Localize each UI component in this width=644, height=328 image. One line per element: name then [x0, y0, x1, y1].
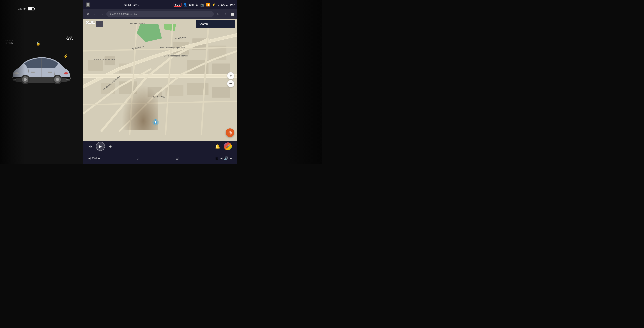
- dark-overlay-right: [286, 0, 322, 164]
- signal-bars: [226, 4, 229, 6]
- location-icon: ◎: [228, 130, 232, 135]
- frunk-label: FRUNK: [6, 40, 13, 42]
- vol-icon: 🔊: [224, 156, 228, 160]
- zoom-out-button[interactable]: −: [227, 80, 234, 87]
- navigation-marker: [152, 118, 159, 126]
- settings-icon[interactable]: ⚙: [196, 3, 198, 7]
- lock-icon: 🔓: [36, 41, 40, 46]
- app-bottom-bar: ⏮ ▶ ⏭ 🔔 🎤 ◀ 23.0 ▶ ♪ ⊞: [83, 141, 237, 164]
- poi-liceul-teh: Liceul Tehnologic Apor Peter: [160, 47, 185, 49]
- map-search-box[interactable]: Search: [196, 20, 236, 28]
- trunk-open: OPEN: [66, 38, 74, 41]
- forward-button[interactable]: →: [99, 11, 105, 17]
- zoom-controls: + −: [227, 72, 234, 87]
- notification-button[interactable]: 🔔: [215, 144, 220, 149]
- map-container[interactable]: 01:51 Search Str. Curtea 45 Primăria Târ…: [83, 19, 237, 141]
- temp-value-display: 23.0: [92, 157, 97, 160]
- browser-tab-icon: [86, 3, 90, 7]
- search-text: Search: [199, 23, 208, 26]
- mobile-battery: [230, 4, 234, 6]
- map-background: 01:51 Search Str. Curtea 45 Primăria Târ…: [83, 19, 237, 141]
- statusbar-left: [86, 3, 90, 7]
- svg-point-12: [56, 78, 59, 81]
- moon-icon: ☽: [217, 3, 220, 6]
- star-button[interactable]: ☆: [222, 11, 228, 17]
- svg-rect-31: [212, 87, 230, 98]
- svg-rect-30: [187, 83, 208, 95]
- temp-control: ◀ 23.0 ▶: [88, 157, 100, 160]
- music-note-icon: ♪: [137, 156, 139, 161]
- url-bar[interactable]: http://3.3.3.3:8080/test.html: [106, 11, 214, 17]
- media-row: ⏮ ▶ ⏭ 🔔 🎤: [83, 141, 237, 152]
- poi-primaria: Primăria Târgu Secuiesc: [94, 58, 115, 61]
- battery-icon: [28, 7, 34, 11]
- location-button[interactable]: ◎: [226, 128, 234, 137]
- car-image: ⚡: [4, 47, 79, 94]
- svg-point-33: [155, 121, 156, 123]
- trunk-status: TRUNK OPEN: [66, 36, 74, 41]
- lightning-icon: ⚡: [64, 54, 68, 59]
- svg-point-9: [24, 78, 26, 81]
- svg-point-6: [64, 72, 68, 75]
- android-statusbar: 01:51 22° C SOS 👤 Emil ⚙ 📷 📶 ⚡ ☽ 18C: [83, 0, 237, 9]
- hamburger-line-2: [98, 24, 101, 24]
- street-label-bod: Str. Bod Péter: [153, 96, 165, 98]
- svg-point-5: [14, 72, 19, 75]
- browser-chrome: ✕ ← → http://3.3.3.3:8080/test.html ↻ ☆ …: [83, 9, 237, 19]
- user-icon: 👤: [183, 3, 187, 7]
- time-display: 01:51: [124, 3, 131, 6]
- statusbar-time: 01:51 22° C: [124, 3, 140, 6]
- tablet-area: 01:51 22° C SOS 👤 Emil ⚙ 📷 📶 ⚡ ☽ 18C: [83, 0, 237, 164]
- url-text: http://3.3.3.3:8080/test.html: [109, 13, 137, 16]
- skip-forward-button[interactable]: ⏭: [108, 144, 112, 149]
- volume-control: ⊞ ◀ 🔊 ▶: [215, 156, 232, 160]
- refresh-button[interactable]: ↻: [215, 11, 221, 17]
- svg-rect-19: [104, 56, 115, 65]
- vol-control: ◀ 🔊 ▶: [220, 156, 232, 160]
- hamburger-line-1: [98, 23, 101, 23]
- park-label: Parc Gabor Áron: [130, 22, 145, 25]
- battery-temp: 18C: [221, 4, 225, 6]
- zoom-in-button[interactable]: +: [227, 72, 234, 79]
- temp-display: 22° C: [132, 3, 140, 6]
- trunk-label: TRUNK: [66, 36, 74, 38]
- right-controls: 🔔 🎤: [215, 142, 232, 150]
- settings-row: ◀ 23.0 ▶ ♪ ⊞ ⊞ ◀ 🔊 ▶: [83, 152, 237, 164]
- close-button[interactable]: ✕: [85, 11, 90, 17]
- poi-liceul-ped: Liceul pedagogic Bod Peter: [164, 55, 188, 57]
- frunk-open: OPEN: [6, 42, 13, 45]
- map-roads-svg: [83, 19, 237, 141]
- mic-button[interactable]: 🎤: [224, 142, 232, 150]
- skip-back-button[interactable]: ⏮: [88, 144, 92, 149]
- windshield-button[interactable]: ⊞: [176, 156, 178, 161]
- windshield-icon2: ⊞: [215, 156, 218, 160]
- wifi-icon: 📶: [206, 3, 210, 7]
- sos-badge: SOS: [174, 3, 181, 7]
- map-time: 01:51: [86, 21, 95, 25]
- svg-rect-13: [30, 72, 35, 73]
- vol-left-icon: ◀: [220, 157, 222, 160]
- user-name: Emil: [189, 3, 194, 6]
- mobile-status: ☽ 18C: [217, 3, 234, 6]
- vol-right-icon: ▶: [230, 157, 232, 160]
- statusbar-right: SOS 👤 Emil ⚙ 📷 📶 ⚡ ☽ 18C: [174, 3, 234, 7]
- battery-bar: 333 km: [18, 7, 34, 11]
- hamburger-line-3: [98, 25, 101, 25]
- media-controls: ⏮ ▶ ⏭: [88, 142, 112, 151]
- play-button[interactable]: ▶: [96, 142, 105, 151]
- mic-icon: 🎤: [226, 144, 230, 149]
- svg-rect-14: [48, 72, 52, 73]
- tesla-panel: 333 km FRUNK OPEN TRUNK OPEN 🔓: [0, 0, 83, 164]
- back-button[interactable]: ←: [92, 11, 98, 17]
- map-menu-button[interactable]: [96, 21, 103, 27]
- frunk-status: FRUNK OPEN: [6, 40, 13, 45]
- screenshot-button[interactable]: ⬜: [230, 11, 236, 17]
- temp-left-arrow[interactable]: ◀: [88, 157, 90, 160]
- svg-rect-18: [88, 60, 103, 71]
- temp-right-arrow[interactable]: ▶: [98, 157, 100, 160]
- bluetooth-icon: ⚡: [212, 3, 216, 7]
- camera-icon[interactable]: 📷: [200, 3, 204, 7]
- battery-range: 333 km: [18, 7, 26, 10]
